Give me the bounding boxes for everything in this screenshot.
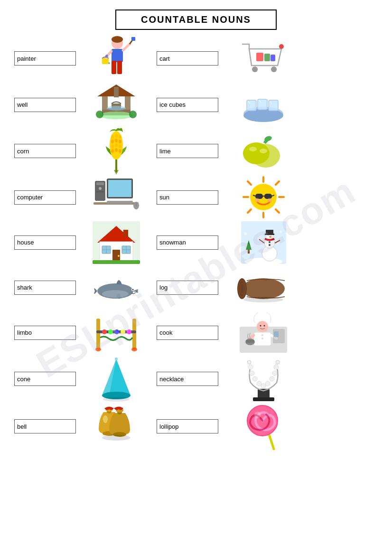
svg-point-161 <box>265 381 270 386</box>
svg-point-141 <box>261 334 263 336</box>
svg-rect-146 <box>246 340 254 343</box>
svg-point-87 <box>118 255 120 257</box>
svg-point-139 <box>264 325 265 327</box>
svg-point-174 <box>102 435 131 441</box>
svg-text:❄: ❄ <box>279 230 282 234</box>
label-computer: computer <box>14 190 76 205</box>
label-necklace: necklace <box>157 372 218 386</box>
svg-point-158 <box>252 376 257 381</box>
table-row: shark <box>14 265 378 310</box>
svg-point-119 <box>242 278 285 299</box>
svg-rect-15 <box>264 54 270 61</box>
svg-rect-2 <box>112 49 123 62</box>
img-cart <box>228 39 299 77</box>
table-row: corn <box>14 127 378 175</box>
bell-icon <box>95 403 138 450</box>
svg-point-53 <box>249 147 257 151</box>
svg-rect-7 <box>112 61 116 74</box>
cart-icon <box>240 39 287 77</box>
table-row: cone necklace <box>14 355 378 403</box>
svg-point-10 <box>105 55 108 57</box>
img-painter <box>81 35 152 82</box>
img-cook <box>228 312 299 353</box>
svg-rect-9 <box>102 58 109 64</box>
cone-icon <box>97 355 135 403</box>
svg-point-49 <box>119 149 121 153</box>
img-bell <box>81 403 152 450</box>
cook-icon <box>240 312 287 353</box>
label-limbo: limbo <box>14 326 76 340</box>
svg-marker-50 <box>114 170 119 175</box>
svg-point-48 <box>115 148 118 152</box>
ice-cubes-icon <box>240 86 287 124</box>
svg-point-24 <box>100 112 133 119</box>
painter-icon <box>97 35 135 82</box>
label-corn: corn <box>14 144 76 158</box>
computer-icon <box>93 176 140 219</box>
svg-point-115 <box>132 289 134 290</box>
nouns-grid: painter <box>14 35 378 450</box>
svg-rect-148 <box>274 331 279 337</box>
svg-point-118 <box>102 290 129 298</box>
page: ESLprintables.com COUNTABLE NOUNS painte… <box>0 0 392 555</box>
svg-point-128 <box>108 329 113 334</box>
svg-point-12 <box>252 66 258 72</box>
svg-rect-125 <box>132 319 136 349</box>
svg-point-137 <box>257 321 268 332</box>
svg-point-152 <box>115 357 118 360</box>
svg-point-164 <box>274 365 279 369</box>
svg-point-43 <box>119 140 121 143</box>
table-row: limbo <box>14 310 378 355</box>
svg-rect-22 <box>114 87 119 97</box>
svg-rect-98 <box>248 250 250 254</box>
svg-point-39 <box>115 134 118 138</box>
svg-rect-16 <box>271 55 275 61</box>
svg-rect-124 <box>96 319 100 349</box>
img-lollipop <box>228 403 299 450</box>
lime-icon <box>240 132 287 170</box>
label-cart: cart <box>157 51 218 66</box>
svg-point-47 <box>111 149 114 153</box>
svg-rect-155 <box>253 397 274 401</box>
svg-point-40 <box>119 135 121 139</box>
svg-rect-63 <box>107 201 133 204</box>
svg-rect-19 <box>102 96 108 110</box>
svg-point-17 <box>279 44 284 49</box>
label-lime: lime <box>157 144 218 158</box>
svg-point-54 <box>260 149 267 153</box>
img-house <box>81 221 152 264</box>
svg-point-105 <box>270 234 271 235</box>
svg-text:❄: ❄ <box>243 231 247 236</box>
svg-rect-84 <box>123 230 128 237</box>
img-lime <box>228 132 299 170</box>
svg-point-157 <box>250 371 254 376</box>
svg-point-138 <box>260 325 261 327</box>
svg-point-160 <box>261 384 266 388</box>
svg-point-27 <box>129 111 137 118</box>
svg-rect-61 <box>96 191 104 192</box>
shark-icon <box>93 271 140 304</box>
svg-point-13 <box>271 66 277 72</box>
svg-rect-8 <box>117 61 122 74</box>
svg-point-153 <box>103 397 130 402</box>
svg-rect-14 <box>256 53 263 61</box>
svg-point-132 <box>95 348 101 351</box>
svg-point-41 <box>111 140 114 143</box>
img-sun <box>228 175 299 220</box>
svg-point-163 <box>272 371 277 376</box>
svg-point-165 <box>247 360 251 364</box>
svg-point-108 <box>269 244 271 246</box>
svg-rect-103 <box>265 234 274 235</box>
svg-rect-6 <box>131 37 135 41</box>
label-lollipop: lollipop <box>157 419 218 433</box>
table-row: computer <box>14 175 378 220</box>
table-row: well <box>14 82 378 127</box>
label-cone: cone <box>14 372 76 386</box>
svg-point-133 <box>131 348 137 351</box>
label-bell: bell <box>14 419 76 433</box>
svg-point-52 <box>243 142 270 164</box>
svg-point-166 <box>276 360 280 364</box>
well-icon <box>95 82 138 127</box>
necklace-icon <box>243 357 284 402</box>
img-necklace <box>228 357 299 402</box>
